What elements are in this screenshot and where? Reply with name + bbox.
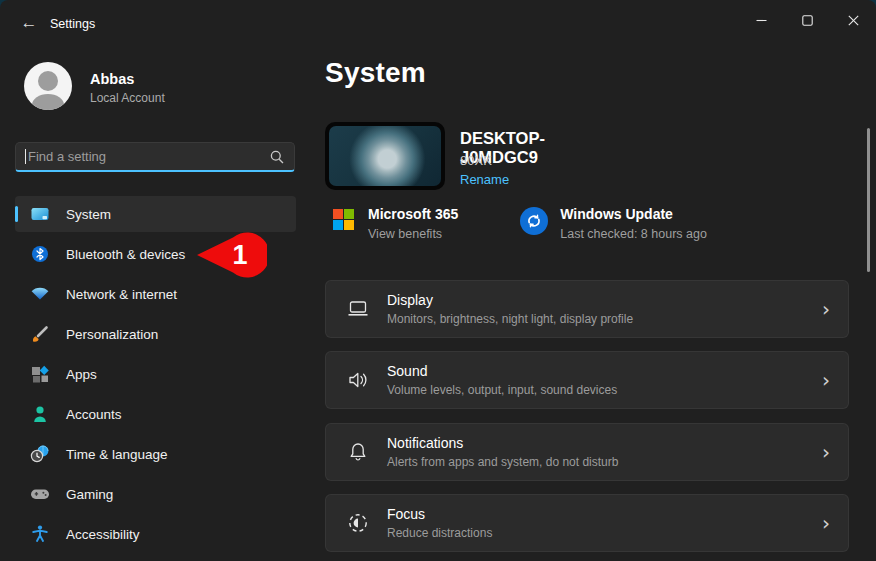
selection-pill [15,206,18,222]
sidebar-item-label: Accounts [66,407,122,422]
card-title: Display [387,292,822,308]
device-thumbnail-frame [325,122,445,190]
avatar-body [32,94,64,110]
card-title: Focus [387,506,822,522]
scrollbar-thumb[interactable] [867,128,870,272]
card-subtitle: Reduce distractions [387,526,822,540]
quick-link-subtitle: Last checked: 8 hours ago [560,227,707,241]
quick-links-row: Microsoft 365 View benefits Windows Upda… [325,205,707,251]
sidebar-item-time-language[interactable]: Time & language [15,436,296,472]
search-box[interactable] [15,142,295,172]
ms-logo-green [344,209,354,219]
sidebar-item-label: Personalization [66,327,158,342]
minimize-icon [756,15,767,26]
chevron-right-icon: › [822,513,830,533]
windows-update-link[interactable]: Windows Update Last checked: 8 hours ago [520,205,707,251]
sidebar-item-label: System [66,207,111,222]
card-sound[interactable]: Sound Volume levels, output, input, soun… [325,351,849,409]
device-model: 80XK [460,153,492,168]
sidebar-item-label: Bluetooth & devices [66,247,185,262]
sidebar: Abbas Local Account System Bluetooth & [0,48,312,561]
card-subtitle: Monitors, brightness, night light, displ… [387,312,822,326]
search-input[interactable] [26,149,270,164]
titlebar: ← Settings [0,0,876,48]
avatar[interactable] [24,62,72,110]
sidebar-item-system[interactable]: System [15,196,296,232]
maximize-button[interactable] [784,0,830,40]
ms-logo-blue [333,220,343,230]
sidebar-item-gaming[interactable]: Gaming [15,476,296,512]
close-icon [848,15,859,26]
network-wifi-icon [30,284,50,304]
back-button[interactable]: ← [12,8,46,38]
accounts-person-icon [30,404,50,424]
chevron-right-icon: › [822,370,830,390]
chevron-right-icon: › [822,299,830,319]
profile-account-type: Local Account [90,91,165,105]
page-title: System [325,57,426,89]
accessibility-person-icon [30,524,50,544]
microsoft-logo-icon [333,209,354,230]
card-subtitle: Alerts from apps and system, do not dist… [387,455,822,469]
sidebar-item-label: Apps [66,367,97,382]
ms-logo-red [333,209,343,219]
notifications-bell-icon [346,440,370,464]
sound-speaker-icon [346,368,370,392]
window-title: Settings [50,17,95,31]
rename-link[interactable]: Rename [460,172,509,187]
sidebar-nav: System Bluetooth & devices Network & int… [15,196,296,556]
search-icon[interactable] [270,150,284,164]
sidebar-item-label: Gaming [66,487,113,502]
bluetooth-icon [30,244,50,264]
quick-link-subtitle: View benefits [368,227,458,241]
focus-icon [346,511,370,535]
sidebar-item-label: Time & language [66,447,168,462]
device-thumbnail [329,126,441,186]
card-notifications[interactable]: Notifications Alerts from apps and syste… [325,423,849,481]
sidebar-item-personalization[interactable]: Personalization [15,316,296,352]
card-focus[interactable]: Focus Reduce distractions › [325,494,849,552]
system-icon [30,204,50,224]
display-icon [346,297,370,321]
card-display[interactable]: Display Monitors, brightness, night ligh… [325,280,849,338]
maximize-icon [802,15,813,26]
microsoft-365-link[interactable]: Microsoft 365 View benefits [325,205,458,251]
personalization-brush-icon [30,324,50,344]
profile-name: Abbas [90,71,134,87]
card-subtitle: Volume levels, output, input, sound devi… [387,383,822,397]
sidebar-item-label: Accessibility [66,527,140,542]
sidebar-item-accounts[interactable]: Accounts [15,396,296,432]
gaming-controller-icon [30,484,50,504]
apps-icon [30,364,50,384]
ms-logo-yellow [344,220,354,230]
settings-window: ← Settings Abbas Local Account [0,0,876,561]
sidebar-item-bluetooth-devices[interactable]: Bluetooth & devices [15,236,296,272]
chevron-right-icon: › [822,442,830,462]
time-language-icon [30,444,50,464]
avatar-head [38,71,58,91]
windows-update-sync-icon [520,207,548,235]
card-title: Notifications [387,435,822,451]
card-title: Sound [387,363,822,379]
window-controls [738,0,876,40]
sidebar-item-network-internet[interactable]: Network & internet [15,276,296,312]
quick-link-title: Microsoft 365 [368,205,458,223]
close-button[interactable] [830,0,876,40]
sidebar-item-accessibility[interactable]: Accessibility [15,516,296,552]
quick-link-title: Windows Update [560,205,707,223]
sidebar-item-label: Network & internet [66,287,177,302]
main-content: System DESKTOP-J0MDGC9 80XK Rename Micro… [325,48,876,561]
sidebar-item-apps[interactable]: Apps [15,356,296,392]
minimize-button[interactable] [738,0,784,40]
